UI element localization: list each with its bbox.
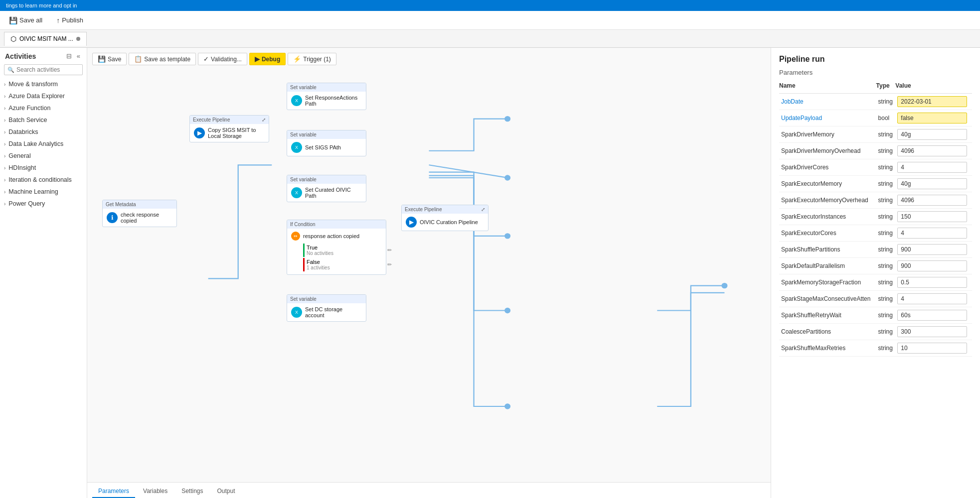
sidebar-item-databricks[interactable]: ›Databricks <box>0 126 87 138</box>
param-name: SparkExecutorMemory <box>779 176 876 192</box>
set-variable-2-icon: X <box>291 142 302 153</box>
pipeline-tab[interactable]: ⬡ OIVIC MSIT NAM ... <box>4 32 87 46</box>
chevron-icon: › <box>4 82 5 87</box>
param-name: SparkMemoryStorageFraction <box>779 274 876 291</box>
param-value-input[interactable] <box>897 96 967 107</box>
chevron-icon: › <box>4 106 5 111</box>
param-value-input[interactable] <box>897 195 967 206</box>
param-name-text: SparkShufflePartitions <box>781 246 840 253</box>
sidebar-item-label: Azure Function <box>8 105 50 112</box>
canvas-action-bar: 💾 Save 📋 Save as template ✓ Validating..… <box>92 53 336 65</box>
svg-point-1 <box>504 175 510 180</box>
true-branch-edit[interactable]: ✏ <box>387 247 392 253</box>
param-value-input[interactable] <box>897 178 967 189</box>
param-row: SparkDriverMemory string <box>779 126 972 143</box>
execute-pipeline-1-node[interactable]: Execute Pipeline⤢ ▶ Copy SIGS MSIT to Lo… <box>189 115 269 142</box>
save-canvas-icon: 💾 <box>98 55 106 63</box>
param-row: SparkDriverCores string <box>779 159 972 176</box>
set-variable-4-node[interactable]: Set variable X Set DC storage account <box>287 294 366 322</box>
execute-pipeline-2-icon: ▶ <box>406 217 417 228</box>
validating-button: ✓ Validating... <box>198 53 247 65</box>
param-value-input[interactable] <box>897 260 967 271</box>
sidebar-header: Activities ⊟ « <box>0 48 87 62</box>
bottom-tab-variables[interactable]: Variables <box>137 485 173 498</box>
param-name: SparkExecutorInstances <box>779 209 876 225</box>
chevron-icon: › <box>4 141 5 147</box>
param-type: string <box>876 143 896 159</box>
set-variable-1-node[interactable]: Set variable X Set ResponseActions Path <box>287 83 366 110</box>
param-value-input[interactable] <box>897 277 967 288</box>
sidebar-item-move-transform[interactable]: ›Move & transform <box>0 78 87 90</box>
param-row: SparkShuffleRetryWait string <box>779 307 972 324</box>
sidebar-item-data-lake-analytics[interactable]: ›Data Lake Analytics <box>0 138 87 150</box>
set-variable-4-body: X Set DC storage account <box>287 303 366 321</box>
bottom-tab-settings[interactable]: Settings <box>175 485 209 498</box>
search-box[interactable]: 🔍 <box>4 64 83 75</box>
param-value-input[interactable] <box>897 129 967 140</box>
if-condition-node[interactable]: If Condition ⇔ response action copied Tr… <box>287 220 386 275</box>
get-metadata-node[interactable]: Get Metadata ℹ check response copied <box>102 200 177 227</box>
sidebar-item-hdinsight[interactable]: ›HDInsight <box>0 162 87 174</box>
execute-pipeline-2-header: Execute Pipeline⤢ <box>402 205 488 214</box>
param-row: SparkDriverMemoryOverhead string <box>779 143 972 159</box>
param-name-text: CoalescePartitions <box>781 328 831 335</box>
param-value-cell <box>895 126 972 143</box>
set-variable-3-body: X Set Curated OIVIC Path <box>287 184 366 202</box>
set-variable-3-icon: X <box>291 187 302 198</box>
param-value-cell <box>895 209 972 225</box>
save-template-button[interactable]: 📋 Save as template <box>129 53 196 65</box>
sidebar-item-label: Machine Learning <box>8 188 58 195</box>
param-value-input[interactable] <box>897 343 967 354</box>
sidebar-item-azure-data-explorer[interactable]: ›Azure Data Explorer <box>0 90 87 102</box>
search-input[interactable] <box>16 66 79 73</box>
chevron-icon: › <box>4 177 5 183</box>
param-value-input[interactable] <box>897 145 967 156</box>
params-table: Name Type Value JobDate string UpdatePay… <box>779 80 972 357</box>
bottom-tab-parameters[interactable]: Parameters <box>92 485 135 498</box>
set-variable-1-body: X Set ResponseActions Path <box>287 92 366 110</box>
param-name-text: SparkExecutorMemoryOverhead <box>781 197 868 204</box>
sidebar-item-label: Move & transform <box>8 81 58 88</box>
sidebar-item-machine-learning[interactable]: ›Machine Learning <box>0 186 87 198</box>
trigger-button[interactable]: ⚡ Trigger (1) <box>288 53 336 65</box>
set-variable-3-node[interactable]: Set variable X Set Curated OIVIC Path <box>287 175 366 202</box>
pipeline-canvas-area: 💾 Save 📋 Save as template ✓ Validating..… <box>87 48 771 498</box>
param-value-input[interactable] <box>897 310 967 321</box>
sidebar-item-batch-service[interactable]: ›Batch Service <box>0 114 87 126</box>
sidebar-item-general[interactable]: ›General <box>0 150 87 162</box>
param-name: SparkExecutorCores <box>779 225 876 242</box>
pipeline-icon: ⬡ <box>10 35 16 43</box>
sidebar-item-iteration-conditionals[interactable]: ›Iteration & conditionals <box>0 174 87 186</box>
get-metadata-label: check response copied <box>121 212 172 224</box>
save-all-button[interactable]: 💾 Save all <box>6 14 45 26</box>
false-branch-edit[interactable]: ✏ <box>387 261 392 268</box>
set-variable-2-node[interactable]: Set variable X Set SIGS PAth <box>287 130 366 156</box>
sidebar-icons: ⊟ « <box>65 52 82 60</box>
pipeline-canvas[interactable]: Get Metadata ℹ check response copied Exe… <box>92 73 766 483</box>
sidebar-item-power-query[interactable]: ›Power Query <box>0 198 87 210</box>
save-canvas-button[interactable]: 💾 Save <box>92 53 127 65</box>
execute-pipeline-2-node[interactable]: Execute Pipeline⤢ ▶ OIVIC Curation Pipel… <box>401 205 489 231</box>
debug-button[interactable]: ▶ Debug <box>249 53 286 65</box>
param-name: SparkExecutorMemoryOverhead <box>779 192 876 209</box>
chevron-icon: › <box>4 118 5 123</box>
collapse-icon-btn[interactable]: « <box>75 52 82 60</box>
param-value-cell <box>895 258 972 274</box>
param-value-input[interactable] <box>897 293 967 304</box>
param-name-text: SparkDriverMemoryOverhead <box>781 147 860 154</box>
param-name-text: SparkStageMaxConsecutiveAtten <box>781 295 870 302</box>
param-type: string <box>876 291 896 307</box>
set-variable-2-header: Set variable <box>287 130 366 139</box>
param-value-input[interactable] <box>897 162 967 173</box>
param-value-input[interactable] <box>897 113 967 124</box>
param-value-input[interactable] <box>897 228 967 239</box>
filter-icon-btn[interactable]: ⊟ <box>65 52 73 60</box>
param-value-input[interactable] <box>897 211 967 222</box>
bottom-tab-output[interactable]: Output <box>211 485 241 498</box>
param-value-input[interactable] <box>897 326 967 337</box>
param-row: SparkShufflePartitions string <box>779 242 972 258</box>
sidebar-item-azure-function[interactable]: ›Azure Function <box>0 102 87 114</box>
param-value-input[interactable] <box>897 244 967 255</box>
sidebar-item-label: Iteration & conditionals <box>8 176 71 183</box>
publish-button[interactable]: ↑ Publish <box>53 14 86 26</box>
